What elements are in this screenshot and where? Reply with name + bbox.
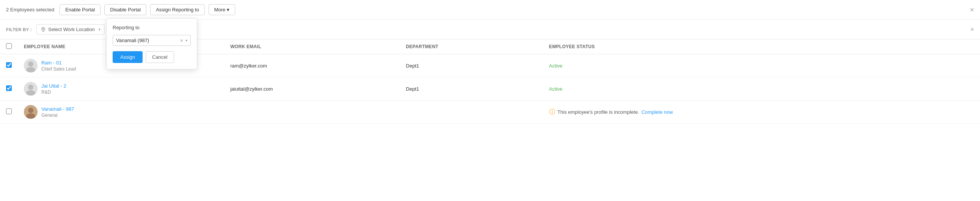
clear-selection-icon[interactable]: × xyxy=(180,38,183,43)
row-checkbox-cell[interactable] xyxy=(0,100,18,124)
employee-name-cell: Jai Uttal - 2R&D xyxy=(18,77,224,100)
svg-point-11 xyxy=(28,108,33,113)
work-location-filter[interactable]: Select Work Location ▾ xyxy=(37,24,105,35)
disable-portal-button[interactable]: Disable Portal xyxy=(104,4,146,15)
work-email-cell: jaiuttal@zylker.com xyxy=(224,77,400,100)
svg-point-8 xyxy=(28,85,33,90)
status-badge: Active xyxy=(549,63,562,69)
filter-by-label: FILTER BY : xyxy=(6,27,32,32)
location-icon xyxy=(41,27,46,32)
avatar-placeholder xyxy=(24,59,38,72)
popup-title: Reporting to xyxy=(113,25,191,30)
row-checkbox[interactable] xyxy=(6,62,12,68)
more-label: More xyxy=(214,7,226,13)
incomplete-msg: This employee's profile is incomplete. xyxy=(557,109,640,115)
select-all-checkbox[interactable] xyxy=(6,43,12,49)
row-checkbox-cell[interactable] xyxy=(0,77,18,100)
work-email-cell: ram@zylker.com xyxy=(224,54,400,77)
info-icon: ⓘ xyxy=(549,108,555,116)
toolbar-close-button[interactable]: × xyxy=(970,6,974,14)
avatar xyxy=(24,105,38,119)
chevron-down-icon: ▾ xyxy=(227,7,229,13)
avatar-image xyxy=(24,105,38,119)
employee-sub-label: R&D xyxy=(41,89,66,95)
location-placeholder: Select Work Location xyxy=(48,27,95,32)
employee-name-link[interactable]: Jai Uttal - 2 xyxy=(41,83,66,89)
department-cell: Dept1 xyxy=(400,54,543,77)
reporting-select[interactable]: Vanamali (987) × ▾ xyxy=(113,35,191,46)
col-department: DEPARTMENT xyxy=(400,40,543,54)
row-checkbox[interactable] xyxy=(6,85,12,91)
status-cell: ⓘ This employee's profile is incomplete.… xyxy=(543,100,980,124)
svg-point-0 xyxy=(43,28,44,29)
assign-button[interactable]: Assign xyxy=(113,51,143,63)
assign-reporting-popup: Reporting to Vanamali (987) × ▾ Assign C… xyxy=(106,18,197,69)
col-work-email: WORK EMAIL xyxy=(224,40,400,54)
employee-name-link[interactable]: Vanamali - 987 xyxy=(41,106,74,112)
col-employee-status: EMPLOYEE STATUS xyxy=(543,40,980,54)
table-row: Vanamali - 987Generalⓘ This employee's p… xyxy=(0,100,980,124)
department-cell: Dept1 xyxy=(400,77,543,100)
avatar xyxy=(24,82,38,96)
toolbar: 2 Employees selected Enable Portal Disab… xyxy=(0,0,980,20)
status-cell: Active xyxy=(543,54,980,77)
status-cell: Active xyxy=(543,77,980,100)
enable-portal-button[interactable]: Enable Portal xyxy=(60,4,100,15)
avatar xyxy=(24,59,38,72)
select-chevron-icon[interactable]: ▾ xyxy=(185,38,187,43)
row-checkbox[interactable] xyxy=(6,108,12,114)
department-cell xyxy=(400,100,543,124)
select-all-header[interactable] xyxy=(0,40,18,54)
filter-close-button[interactable]: × xyxy=(970,26,974,33)
work-email-cell xyxy=(224,100,400,124)
popup-actions: Assign Cancel xyxy=(113,51,191,63)
row-checkbox-cell[interactable] xyxy=(0,54,18,77)
employee-sub-label: Chief Sales Lead xyxy=(41,66,76,72)
complete-now-link[interactable]: Complete now xyxy=(641,109,673,115)
assign-reporting-button[interactable]: Assign Reporting to xyxy=(150,4,204,15)
location-chevron-icon: ▾ xyxy=(99,27,100,32)
status-badge: Active xyxy=(549,86,562,92)
employee-name-cell: Vanamali - 987General xyxy=(18,100,224,124)
select-controls: × ▾ xyxy=(180,38,187,43)
svg-point-5 xyxy=(28,61,33,67)
table-row: Jai Uttal - 2R&Djaiuttal@zylker.comDept1… xyxy=(0,77,980,100)
more-button[interactable]: More ▾ xyxy=(208,4,235,15)
incomplete-warning: ⓘ This employee's profile is incomplete.… xyxy=(549,108,974,116)
reporting-select-value: Vanamali (987) xyxy=(116,38,180,43)
selected-count-label: 2 Employees selected xyxy=(6,7,54,13)
employee-sub-label: General xyxy=(41,113,74,118)
avatar-placeholder xyxy=(24,82,38,96)
employee-name-link[interactable]: Ram - 01 xyxy=(41,60,61,65)
cancel-button[interactable]: Cancel xyxy=(146,51,174,63)
